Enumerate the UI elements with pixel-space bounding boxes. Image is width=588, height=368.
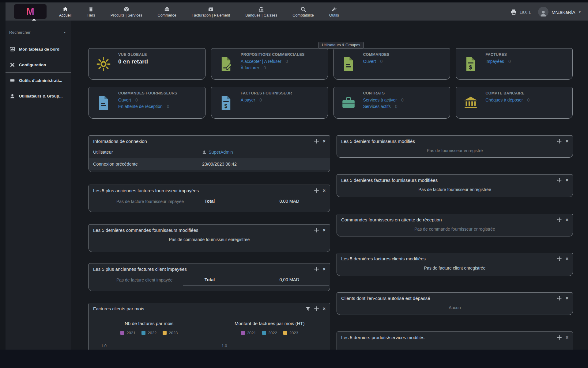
avatar[interactable] (538, 7, 548, 17)
card-factures-fournisseur: FACTURES FOURNISSEUR A payer0 (211, 87, 328, 119)
caret-down-icon[interactable]: ▾ (64, 31, 67, 34)
legend-label[interactable]: 2022 (268, 331, 277, 335)
card-count: 0 (380, 59, 383, 64)
close-icon[interactable]: × (323, 267, 326, 272)
widget-title: Commandes fournisseurs en attente de réc… (341, 217, 557, 222)
widget-customers-outstanding-exceeded: Clients dont l'en-cours autorisé est dép… (337, 292, 573, 315)
card-compte-bancaire: COMPTE BANCAIRE Chèques à déposer0 (456, 87, 573, 119)
legend-label[interactable]: 2023 (169, 331, 178, 335)
row-label: Utilisateur (93, 150, 113, 155)
building-icon (88, 6, 94, 12)
nav-label: Tiers (87, 13, 95, 17)
briefcase-icon (164, 6, 170, 12)
search-input[interactable] (9, 30, 64, 35)
card-link[interactable]: Ouvert (118, 98, 131, 102)
nav-tiers[interactable]: Tiers (79, 4, 103, 20)
bill-icon (208, 6, 214, 12)
card-link[interactable]: A payer (241, 98, 255, 102)
card-link[interactable]: Services à activer (363, 98, 397, 102)
username[interactable]: MrZaKaRiA (552, 10, 575, 15)
chevron-down-icon[interactable]: ▾ (579, 10, 581, 14)
card-propositions-commerciales: PROPOSITIONS COMMERCIALES A accepter | A… (211, 48, 328, 80)
sidebar-item-label: Configuration (19, 63, 46, 67)
card-link[interactable]: Impayées (485, 59, 504, 64)
table-row: Utilisateur SuperAdmin (89, 146, 330, 158)
card-count: 0 (401, 98, 404, 102)
legend-label[interactable]: 2021 (247, 331, 256, 335)
nav-comptabilite[interactable]: Comptabilité (285, 4, 321, 20)
user-icon (10, 94, 15, 99)
widget-title: Informations de connexion (93, 139, 314, 144)
close-icon[interactable]: × (566, 178, 568, 183)
sidebar-item-users-groups[interactable]: Utilisateurs & Group... (6, 88, 71, 104)
superadmin-link[interactable]: SuperAdmin (209, 150, 233, 155)
widget-last-supplier-orders: Les 5 dernières commandes fournisseurs m… (89, 224, 330, 252)
card-link[interactable]: A accepter | A refuser (241, 59, 281, 64)
filter-icon[interactable] (306, 307, 310, 311)
move-icon[interactable] (557, 256, 562, 261)
close-icon[interactable]: × (566, 256, 568, 261)
card-link[interactable]: Ouvert (363, 59, 376, 64)
move-icon[interactable] (314, 228, 319, 232)
stat-cards-row-1: VUE GLOBALE 0 en retard PROPOSITIONS COM… (89, 48, 573, 80)
move-icon[interactable] (557, 178, 562, 182)
stat-cards-row-2: COMMANDES FOURNISSEURS Ouvert0 En attent… (89, 87, 573, 119)
close-icon[interactable]: × (566, 217, 568, 222)
close-icon[interactable]: × (566, 296, 568, 301)
nav-accueil[interactable]: Accueil (51, 4, 79, 20)
card-link[interactable]: Services actifs (363, 104, 391, 109)
close-icon[interactable]: × (323, 228, 326, 233)
widget-last-suppliers: Les 5 derniers fournisseurs modifiés × P… (337, 135, 573, 158)
sidebar-item-admin-tools[interactable]: Outils d'administrati... (6, 73, 71, 88)
total-label: Total (205, 199, 215, 204)
nav-facturation-paiement[interactable]: Facturation | Paiement (184, 4, 238, 20)
sidebar-item-label: Utilisateurs & Group... (19, 94, 63, 98)
move-icon[interactable] (557, 217, 562, 222)
card-count: 0 (286, 59, 288, 64)
card-count: 0 (395, 104, 398, 109)
file-lines-icon (342, 57, 355, 71)
total-amount: 0,00 MAD (280, 199, 299, 204)
move-icon[interactable] (314, 306, 319, 311)
move-icon[interactable] (314, 188, 319, 193)
widget-title: Les 5 dernières factures clients modifié… (341, 256, 557, 261)
nav-outils[interactable]: Outils (322, 4, 347, 20)
close-icon[interactable]: × (566, 139, 568, 144)
sidebar-item-configuration[interactable]: Configuration (6, 57, 71, 73)
version-label: 18.0.1 (520, 10, 531, 14)
move-icon[interactable] (314, 139, 319, 144)
nav-produits-services[interactable]: Produits | Services (103, 4, 150, 20)
legend-label[interactable]: 2023 (289, 331, 298, 335)
empty-message: Pas de facture fournisseur impayée (116, 199, 184, 204)
legend-swatch (163, 331, 167, 335)
card-title: COMPTE BANCAIRE (485, 91, 530, 95)
move-icon[interactable] (314, 267, 319, 271)
close-icon[interactable]: × (566, 335, 568, 340)
sidebar-item-dashboard[interactable]: Mon tableau de bord (6, 41, 71, 57)
legend-label[interactable]: 2022 (148, 331, 156, 335)
card-link[interactable]: À facturer (241, 65, 259, 70)
magnifier-icon (300, 6, 306, 12)
card-contrats: CONTRATS Services à activer0 Services ac… (334, 87, 450, 119)
move-icon[interactable] (557, 296, 562, 301)
total-row: Pas de facture fournisseur impayée Total… (89, 195, 330, 209)
card-link[interactable]: En attente de réception (118, 104, 163, 109)
app-logo[interactable]: M (14, 4, 47, 19)
move-icon[interactable] (557, 335, 562, 340)
move-icon[interactable] (557, 139, 562, 144)
close-icon[interactable]: × (323, 306, 326, 311)
config-icon (10, 62, 15, 67)
close-icon[interactable]: × (323, 139, 326, 144)
card-link[interactable]: Chèques à déposer (485, 98, 523, 102)
printer-icon[interactable] (511, 10, 517, 15)
nav-banques-caisses[interactable]: Banques | Caisses (238, 4, 285, 20)
empty-message: Pas de facture fournisseur enregistrée (337, 185, 573, 192)
card-count: 0 (135, 98, 138, 102)
close-icon[interactable]: × (323, 188, 326, 193)
card-title: FACTURES FOURNISSEUR (241, 91, 292, 95)
nav-commerce[interactable]: Commerce (150, 4, 184, 20)
widget-informations-connexion: Informations de connexion × Utilisateur … (89, 135, 330, 172)
y-axis-tick: 1.0 (101, 343, 107, 348)
tooltip-utilisateurs-groupes: Utilisateurs & Groupes (318, 42, 364, 49)
legend-label[interactable]: 2021 (126, 331, 135, 335)
